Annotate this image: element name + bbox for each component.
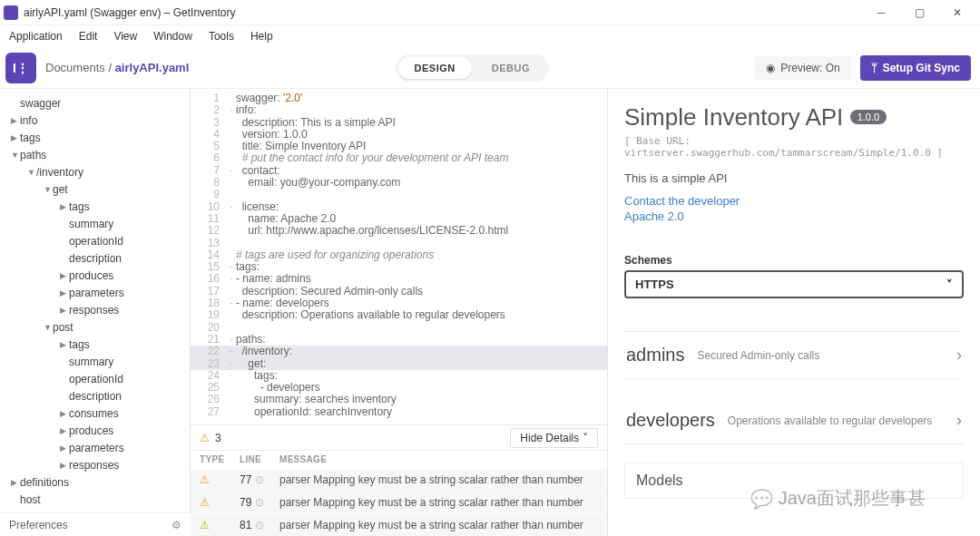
schemes-label: Schemes <box>624 254 964 267</box>
tree-operationId[interactable]: operationId <box>0 232 190 249</box>
tree-swagger[interactable]: swagger <box>0 94 190 112</box>
menu-help[interactable]: Help <box>243 28 280 44</box>
breadcrumb[interactable]: Documents / airlyAPI.yaml <box>45 61 189 74</box>
breadcrumb-sep: / <box>108 61 112 74</box>
breadcrumb-current[interactable]: airlyAPI.yaml <box>115 61 190 74</box>
tree-description[interactable]: description <box>0 387 190 404</box>
app-icon <box>4 5 18 20</box>
hide-details-button[interactable]: Hide Details ˅ <box>510 428 598 448</box>
chevron-down-icon: ˅ <box>946 278 953 291</box>
warning-icon: ⚠ <box>200 432 210 444</box>
api-description: This is a simple API <box>624 171 964 185</box>
tree-paths[interactable]: ▼paths <box>0 146 190 163</box>
tree-definitions[interactable]: ▶definitions <box>0 473 190 491</box>
gear-icon: ⚙ <box>172 519 181 531</box>
editor-pane: 1swagger: '2.0'2-info:3 description: Thi… <box>191 89 608 536</box>
tree-parameters[interactable]: ▶parameters <box>0 284 190 301</box>
tree-consumes[interactable]: ▶consumes <box>0 404 190 422</box>
titlebar: airlyAPI.yaml (Swagger env) – GetInvento… <box>0 0 980 25</box>
tree-operationId[interactable]: operationId <box>0 370 190 387</box>
api-title: Simple Inventory API <box>624 103 843 131</box>
problems-header: TYPE LINE MESSAGE <box>191 450 607 468</box>
tree-get[interactable]: ▼get <box>0 180 190 198</box>
tree-produces[interactable]: ▶produces <box>0 422 190 439</box>
menu-application[interactable]: Application <box>2 28 70 44</box>
tree-summary[interactable]: summary <box>0 215 190 232</box>
close-button[interactable]: ✕ <box>938 0 976 25</box>
tag-admins[interactable]: adminsSecured Admin-only calls› <box>624 331 964 379</box>
tag-developers[interactable]: developersOperations available to regula… <box>624 397 964 444</box>
tree-responses[interactable]: ▶responses <box>0 456 190 473</box>
setup-git-button[interactable]: ᛘ Setup Git Sync <box>860 55 971 81</box>
chevron-down-icon: ˅ <box>583 432 588 444</box>
version-badge: 1.0.0 <box>850 110 887 124</box>
breadcrumb-root[interactable]: Documents <box>45 61 105 74</box>
debug-tab[interactable]: DEBUG <box>475 57 546 79</box>
menu-window[interactable]: Window <box>146 28 200 44</box>
brand-logo[interactable]: I⋮ <box>5 53 36 83</box>
menu-edit[interactable]: Edit <box>72 28 105 44</box>
tree-post[interactable]: ▼post <box>0 318 190 336</box>
problem-row[interactable]: ⚠77 ⊙parser Mapping key must be a string… <box>191 468 607 491</box>
scheme-select[interactable]: HTTPS ˅ <box>624 270 964 298</box>
problem-row[interactable]: ⚠79 ⊙parser Mapping key must be a string… <box>191 491 607 513</box>
tree-description[interactable]: description <box>0 249 190 267</box>
tree-info[interactable]: ▶info <box>0 112 190 129</box>
outline-tree: swagger▶info▶tags▼paths▼/inventory▼get▶t… <box>0 94 190 508</box>
tree-produces[interactable]: ▶produces <box>0 267 190 284</box>
tree-tags[interactable]: ▶tags <box>0 129 190 146</box>
problems-count: 3 <box>215 432 221 444</box>
toolbar: I⋮ Documents / airlyAPI.yaml DESIGN DEBU… <box>0 47 980 89</box>
maximize-button[interactable]: ▢ <box>900 0 938 25</box>
design-tab[interactable]: DESIGN <box>398 57 472 79</box>
tree-inventory[interactable]: ▼/inventory <box>0 163 190 180</box>
tree-host[interactable]: host <box>0 491 190 508</box>
minimize-button[interactable]: ─ <box>862 0 900 25</box>
preferences-button[interactable]: Preferences ⚙ <box>0 512 191 536</box>
preview-pane: Simple Inventory API 1.0.0 [ Base URL: v… <box>608 89 980 536</box>
menu-view[interactable]: View <box>106 28 144 44</box>
models-section[interactable]: Models <box>624 463 964 499</box>
tree-parameters[interactable]: ▶parameters <box>0 439 190 456</box>
contact-link[interactable]: Contact the developer <box>624 194 964 208</box>
problems-bar[interactable]: ⚠ 3 Hide Details ˅ <box>191 424 607 450</box>
problem-row[interactable]: ⚠81 ⊙parser Mapping key must be a string… <box>191 513 607 536</box>
code-editor[interactable]: 1swagger: '2.0'2-info:3 description: Thi… <box>191 89 607 424</box>
tree-tags[interactable]: ▶tags <box>0 198 190 215</box>
base-url: [ Base URL: virtserver.swaggerhub.com/ta… <box>624 135 964 159</box>
sidebar: swagger▶info▶tags▼paths▼/inventory▼get▶t… <box>0 89 191 536</box>
menu-tools[interactable]: Tools <box>201 28 241 44</box>
tree-summary[interactable]: summary <box>0 353 190 370</box>
license-link[interactable]: Apache 2.0 <box>624 210 964 223</box>
preview-toggle[interactable]: ◉ Preview: On <box>755 56 850 80</box>
window-title: airlyAPI.yaml (Swagger env) – GetInvento… <box>24 6 862 19</box>
eye-icon: ◉ <box>766 62 775 74</box>
branch-icon: ᛘ <box>871 62 877 74</box>
tree-responses[interactable]: ▶responses <box>0 301 190 318</box>
menubar: ApplicationEditViewWindowToolsHelp <box>0 25 980 47</box>
tree-tags[interactable]: ▶tags <box>0 336 190 353</box>
mode-switch: DESIGN DEBUG <box>396 54 549 82</box>
